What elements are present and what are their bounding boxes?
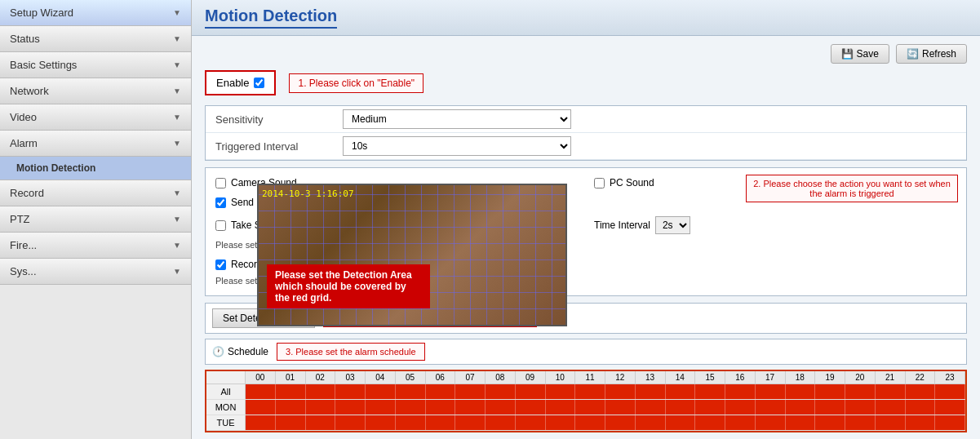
schedule-cell[interactable]	[786, 415, 816, 430]
schedule-cell[interactable]	[246, 415, 276, 430]
schedule-cell[interactable]	[426, 384, 456, 399]
schedule-cell[interactable]	[426, 400, 456, 415]
schedule-cell[interactable]	[695, 400, 725, 415]
schedule-cell[interactable]	[335, 384, 366, 399]
main-content: Motion Detection 💾 Save 🔄 Refresh Enable…	[192, 0, 980, 439]
schedule-cell[interactable]	[756, 384, 786, 399]
schedule-cell[interactable]	[276, 384, 306, 399]
schedule-cell[interactable]	[516, 415, 546, 430]
schedule-cell[interactable]	[366, 384, 396, 399]
enable-checkbox[interactable]	[254, 78, 264, 88]
sidebar-item-motion-detection-sub[interactable]: Motion Detection	[0, 157, 191, 180]
schedule-cell[interactable]	[876, 384, 906, 399]
take-snapshot-checkbox[interactable]	[215, 220, 226, 231]
schedule-cell[interactable]	[546, 384, 576, 399]
schedule-cell[interactable]	[845, 415, 876, 430]
schedule-cell[interactable]	[546, 415, 576, 430]
schedule-hours-header: 0001020304050607080910111213141516171819…	[246, 371, 965, 384]
schedule-cell[interactable]	[725, 415, 756, 430]
schedule-cell[interactable]	[906, 400, 936, 415]
schedule-cell[interactable]	[575, 415, 605, 430]
schedule-cell[interactable]	[876, 400, 906, 415]
send-email-checkbox[interactable]	[215, 197, 226, 208]
schedule-cell[interactable]	[666, 384, 696, 399]
schedule-cell[interactable]	[636, 384, 666, 399]
schedule-cell[interactable]	[636, 415, 666, 430]
schedule-cell[interactable]	[426, 415, 456, 430]
schedule-cell[interactable]	[605, 415, 636, 430]
schedule-cell[interactable]	[605, 384, 636, 399]
refresh-button[interactable]: 🔄 Refresh	[896, 44, 967, 64]
schedule-cell[interactable]	[756, 400, 786, 415]
sidebar-item-firewall[interactable]: Fire...▼	[0, 233, 191, 259]
enable-box: Enable	[205, 70, 276, 95]
schedule-cell[interactable]	[935, 400, 965, 415]
sidebar-item-basic-settings[interactable]: Basic Settings▼	[0, 52, 191, 78]
schedule-cell[interactable]	[636, 400, 666, 415]
schedule-cell[interactable]	[306, 400, 336, 415]
schedule-cell[interactable]	[605, 400, 636, 415]
schedule-cell[interactable]	[906, 384, 936, 399]
schedule-cell[interactable]	[486, 384, 516, 399]
schedule-cell[interactable]	[725, 400, 756, 415]
schedule-cell[interactable]	[906, 415, 936, 430]
schedule-cell[interactable]	[486, 400, 516, 415]
schedule-cell[interactable]	[725, 384, 756, 399]
recording-checkbox[interactable]	[215, 259, 226, 270]
schedule-cell[interactable]	[815, 384, 845, 399]
schedule-cell[interactable]	[815, 415, 845, 430]
schedule-cell[interactable]	[335, 400, 366, 415]
triggered-interval-select[interactable]: 1s 2s 5s 10s 30s 60s	[343, 136, 571, 156]
camera-sound-checkbox[interactable]	[215, 178, 226, 188]
schedule-cell[interactable]	[845, 384, 876, 399]
schedule-cell[interactable]	[246, 400, 276, 415]
schedule-cell[interactable]	[666, 400, 696, 415]
sidebar-item-ptz[interactable]: PTZ▼	[0, 206, 191, 233]
time-interval-select[interactable]: 1s 2s 5s	[655, 216, 690, 234]
schedule-cell[interactable]	[786, 384, 816, 399]
sidebar-item-video[interactable]: Video▼	[0, 104, 191, 131]
schedule-cell[interactable]	[845, 400, 876, 415]
schedule-cell[interactable]	[935, 415, 965, 430]
schedule-cell[interactable]	[935, 384, 965, 399]
schedule-cell[interactable]	[306, 384, 336, 399]
schedule-cell[interactable]	[455, 384, 486, 399]
schedule-cell[interactable]	[575, 384, 605, 399]
schedule-cell[interactable]	[516, 384, 546, 399]
schedule-cell[interactable]	[276, 400, 306, 415]
sidebar-item-system[interactable]: Sys...▼	[0, 259, 191, 285]
schedule-rows-container: AllMONTUE	[206, 384, 965, 431]
schedule-cell[interactable]	[546, 400, 576, 415]
schedule-cell[interactable]	[486, 415, 516, 430]
schedule-cell[interactable]	[695, 415, 725, 430]
sidebar-item-network[interactable]: Network▼	[0, 78, 191, 104]
schedule-cell[interactable]	[366, 415, 396, 430]
schedule-cell[interactable]	[306, 415, 336, 430]
schedule-cell[interactable]	[786, 400, 816, 415]
sidebar-item-status[interactable]: Status▼	[0, 26, 191, 52]
pc-sound-checkbox[interactable]	[594, 178, 605, 188]
sidebar-item-record[interactable]: Record▼	[0, 180, 191, 206]
camera-detection-callout: Please set the Detection Area which shou…	[267, 264, 430, 308]
schedule-cell[interactable]	[246, 384, 276, 399]
sidebar-item-alarm[interactable]: Alarm▼	[0, 131, 191, 157]
schedule-cell[interactable]	[366, 400, 396, 415]
sidebar-item-setup-wizard[interactable]: Setup Wizard▼	[0, 0, 191, 26]
schedule-cell[interactable]	[815, 400, 845, 415]
schedule-cell[interactable]	[516, 400, 546, 415]
sensitivity-select[interactable]: Low Medium High	[343, 109, 571, 129]
schedule-cell[interactable]	[396, 400, 426, 415]
schedule-cell[interactable]	[455, 415, 486, 430]
schedule-cell[interactable]	[396, 415, 426, 430]
save-button[interactable]: 💾 Save	[831, 44, 889, 64]
schedule-cell[interactable]	[335, 415, 366, 430]
schedule-cell[interactable]	[455, 400, 486, 415]
schedule-cell[interactable]	[756, 415, 786, 430]
schedule-cell[interactable]	[695, 384, 725, 399]
schedule-cell[interactable]	[666, 415, 696, 430]
schedule-cell[interactable]	[396, 384, 426, 399]
schedule-cell[interactable]	[276, 415, 306, 430]
chevron-down-icon: ▼	[173, 60, 181, 69]
schedule-cell[interactable]	[876, 415, 906, 430]
schedule-cell[interactable]	[575, 400, 605, 415]
